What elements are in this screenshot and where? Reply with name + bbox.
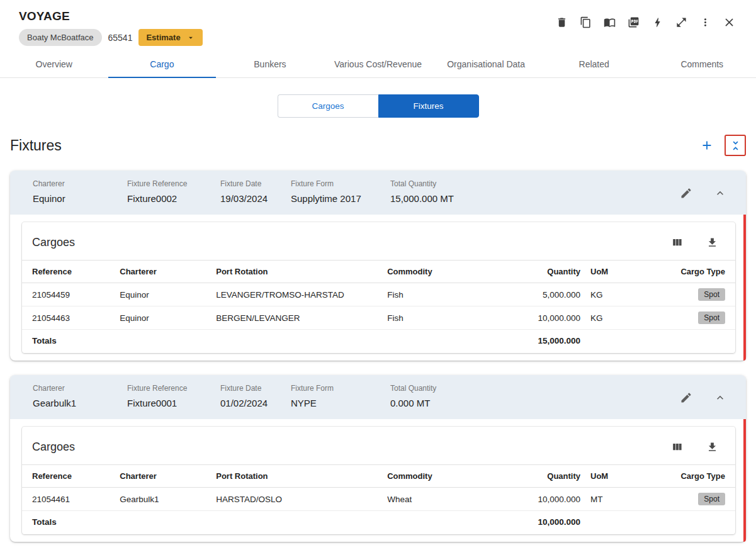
empty-cell (635, 511, 735, 535)
cargoes-title: Cargoes (32, 236, 75, 249)
book-button[interactable] (600, 13, 619, 31)
cell-quantity: 10,000.000 (507, 488, 585, 511)
edit-fixture-button[interactable] (677, 184, 696, 203)
cell-charterer: Equinor (115, 283, 211, 306)
empty-cell (382, 330, 507, 354)
empty-cell (211, 330, 382, 354)
fixture-card: Charterer Gearbulk1 Fixture Reference Fi… (10, 375, 746, 542)
edit-fixture-button[interactable] (677, 388, 696, 407)
tab-various-cost-revenue[interactable]: Various Cost/Revenue (324, 51, 432, 77)
close-button[interactable] (719, 13, 738, 31)
columns-button[interactable] (667, 437, 686, 456)
collapse-fixture-button[interactable] (711, 388, 730, 407)
table-header-row: Reference Charterer Port Rotation Commod… (22, 465, 735, 488)
pdf-icon (628, 16, 640, 28)
collapse-all-icon (729, 139, 742, 152)
fixture-header: Charterer Equinor Fixture Reference Fixt… (10, 171, 746, 215)
tab-bunkers[interactable]: Bunkers (216, 51, 324, 77)
collapse-all-button[interactable] (725, 135, 746, 156)
alert-bar (743, 215, 746, 361)
field-value: 01/02/2024 (220, 398, 291, 408)
edit-icon (680, 391, 692, 404)
delete-button[interactable] (552, 13, 571, 31)
fixture-header: Charterer Gearbulk1 Fixture Reference Fi… (10, 375, 746, 419)
totals-row: Totals 10,000.000 (22, 511, 735, 535)
vessel-chip[interactable]: Boaty McBoatface (19, 29, 102, 46)
tab-cargo[interactable]: Cargo (108, 51, 217, 77)
empty-cell (115, 511, 211, 535)
alert-bar (743, 419, 746, 542)
close-icon (723, 16, 736, 29)
expand-icon (675, 16, 687, 28)
col-charterer: Charterer (115, 465, 211, 488)
bolt-icon (652, 16, 663, 28)
cell-cargo-type: Spot (635, 306, 735, 330)
field-label: Fixture Date (220, 179, 291, 188)
field-value: Gearbulk1 (33, 398, 127, 408)
table-header-row: Reference Charterer Port Rotation Commod… (22, 261, 735, 283)
field-value: Equinor (33, 193, 127, 204)
cargoes-card: Cargoes Reference Charter (22, 427, 735, 534)
totals-quantity: 10,000.000 (507, 511, 585, 535)
more-button[interactable] (696, 13, 714, 31)
cell-reference: 21054463 (22, 306, 115, 330)
table-row[interactable]: 21054461 Gearbulk1 HARSTAD/OSLO Wheat 10… (22, 488, 735, 511)
download-button[interactable] (702, 233, 721, 252)
cargoes-table-actions (667, 437, 721, 456)
cell-commodity: Fish (382, 283, 507, 306)
fixture-charterer-field: Charterer Gearbulk1 (33, 384, 127, 408)
download-icon (706, 441, 718, 453)
toggle-fixtures[interactable]: Fixtures (378, 94, 479, 118)
fixture-total-quantity-field: Total Quantity 0.000 MT (390, 384, 677, 408)
fixtures-section-header: Fixtures (0, 135, 756, 156)
download-button[interactable] (702, 437, 721, 456)
tab-comments[interactable]: Comments (648, 51, 756, 77)
expand-button[interactable] (672, 13, 691, 31)
fixture-actions (677, 179, 730, 203)
cell-quantity: 10,000.000 (507, 306, 585, 330)
field-label: Total Quantity (390, 179, 677, 188)
fixture-date-field: Fixture Date 19/03/2024 (220, 179, 291, 204)
estimate-status-button[interactable]: Estimate (138, 29, 202, 46)
delete-icon (556, 16, 568, 28)
cargoes-card-header: Cargoes (22, 427, 735, 464)
add-fixture-button[interactable] (697, 136, 716, 155)
table-row[interactable]: 21054463 Equinor BERGEN/LEVANGER Fish 10… (22, 306, 735, 330)
cell-quantity: 5,000.000 (507, 283, 585, 306)
fixture-reference-field: Fixture Reference Fixture0002 (127, 179, 220, 204)
toggle-cargoes[interactable]: Cargoes (278, 94, 378, 118)
cell-uom: KG (585, 306, 635, 330)
edit-icon (680, 187, 692, 199)
cargoes-table: Reference Charterer Port Rotation Commod… (22, 260, 735, 353)
field-label: Fixture Reference (127, 384, 220, 393)
cell-port-rotation: HARSTAD/OSLO (211, 488, 382, 511)
empty-cell (382, 511, 507, 535)
bolt-button[interactable] (648, 13, 667, 31)
col-quantity: Quantity (507, 261, 585, 283)
chevron-up-icon (714, 187, 726, 199)
col-charterer: Charterer (115, 261, 211, 283)
chevron-up-icon (714, 391, 726, 404)
download-icon (706, 237, 718, 249)
copy-button[interactable] (576, 13, 595, 31)
collapse-fixture-button[interactable] (711, 184, 730, 203)
field-value: 0.000 MT (390, 398, 677, 408)
col-port-rotation: Port Rotation (211, 465, 382, 488)
table-row[interactable]: 21054459 Equinor LEVANGER/TROMSO-HARSTAD… (22, 283, 735, 306)
totals-quantity: 15,000.000 (507, 330, 585, 354)
pdf-button[interactable] (624, 13, 643, 31)
tab-organisational-data[interactable]: Organisational Data (432, 51, 540, 77)
cell-port-rotation: LEVANGER/TROMSO-HARSTAD (211, 283, 382, 306)
empty-cell (115, 330, 211, 354)
cell-commodity: Fish (382, 306, 507, 330)
tab-related[interactable]: Related (540, 51, 648, 77)
fixture-total-quantity-field: Total Quantity 15,000.000 MT (390, 179, 677, 204)
field-label: Fixture Form (291, 384, 390, 393)
fixture-card: Charterer Equinor Fixture Reference Fixt… (10, 171, 746, 361)
add-icon (700, 138, 714, 152)
fixture-charterer-field: Charterer Equinor (33, 179, 127, 204)
caret-down-icon (186, 33, 195, 42)
tab-overview[interactable]: Overview (0, 51, 108, 77)
fixture-body: Cargoes Reference Charter (10, 215, 746, 361)
columns-button[interactable] (667, 233, 686, 252)
